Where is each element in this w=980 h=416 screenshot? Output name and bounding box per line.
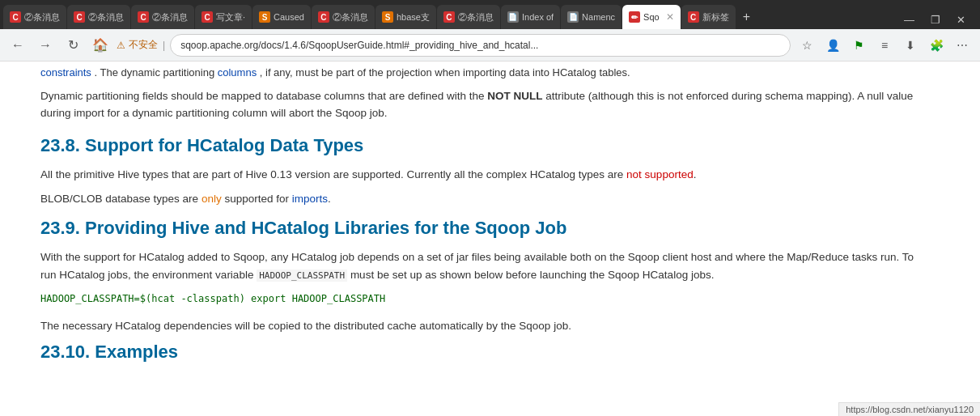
restore-button[interactable]: ❐ — [926, 14, 945, 26]
section-23-9-para2: The necessary HCatalog dependencies will… — [40, 317, 931, 335]
tab-10[interactable]: 📄 Namenc — [561, 5, 622, 29]
bookmark-flag-icon[interactable]: ⚑ — [847, 34, 870, 57]
tab-4[interactable]: C 写文章· — [195, 5, 252, 29]
tab-label-3: ②条消息 — [152, 11, 188, 23]
page-content: constraints . The dynamic partitioning c… — [0, 62, 980, 416]
constraints-link[interactable]: constraints — [40, 66, 91, 79]
tab-favicon-8: C — [443, 11, 455, 23]
tab-label-10: Namenc — [582, 12, 615, 22]
tab-favicon-2: C — [74, 11, 85, 23]
not-supported-link[interactable]: not supported — [626, 168, 694, 180]
tab-8[interactable]: C ②条消息 — [437, 5, 500, 29]
browser-window: C ②条消息 C ②条消息 C ②条消息 C 写文章· S Caused C ②… — [0, 0, 980, 416]
extension-icon[interactable]: 🧩 — [925, 34, 948, 57]
window-controls: — ❐ ✕ — [899, 14, 977, 29]
tab-close-11[interactable]: ✕ — [666, 11, 674, 23]
url-bar[interactable]: sqoop.apache.org/docs/1.4.6/SqoopUserGui… — [170, 34, 791, 57]
close-button[interactable]: ✕ — [952, 14, 970, 26]
tab-label-4: 写文章· — [216, 11, 245, 23]
tab-label-2: ②条消息 — [88, 11, 124, 23]
tab-5[interactable]: S Caused — [252, 5, 311, 29]
tab-1[interactable]: C ②条消息 — [3, 5, 66, 29]
home-button[interactable]: 🏠 — [89, 34, 112, 57]
tab-favicon-1: C — [10, 11, 21, 23]
tab-favicon-11: ✏ — [629, 11, 640, 23]
hadoop-classpath-inline: HADOOP_CLASSPATH — [257, 270, 347, 282]
blob-clob-line: BLOB/CLOB database types are only suppor… — [40, 193, 931, 205]
imports-link[interactable]: imports — [292, 193, 328, 205]
url-text: sqoop.apache.org/docs/1.4.6/SqoopUserGui… — [180, 40, 538, 51]
page-inner: constraints . The dynamic partitioning c… — [40, 62, 931, 363]
note-paragraph: Dynamic partitioning fields should be ma… — [40, 87, 931, 122]
separator: | — [163, 40, 165, 51]
tab-label-12: 新标签 — [702, 11, 729, 23]
columns-link[interactable]: columns — [218, 66, 257, 79]
bookmark-star-icon[interactable]: ☆ — [795, 34, 818, 57]
top-text-rest2: , if any, must be part of the projection… — [260, 66, 630, 79]
section-23-9-heading: 23.9. Providing Hive and HCatalog Librar… — [40, 218, 931, 239]
top-constraint-text: constraints . The dynamic partitioning c… — [40, 65, 931, 81]
tab-11-active[interactable]: ✏ Sqo ✕ — [622, 5, 681, 29]
tab-label-5: Caused — [274, 12, 304, 22]
download-icon[interactable]: ⬇ — [899, 34, 922, 57]
reload-button[interactable]: ↻ — [62, 34, 84, 57]
more-icon[interactable]: ⋯ — [951, 34, 974, 57]
tab-favicon-9: 📄 — [507, 11, 519, 23]
tab-favicon-12: C — [688, 11, 699, 23]
reader-mode-icon[interactable]: ≡ — [873, 34, 896, 57]
tab-label-8: ②条消息 — [458, 11, 494, 23]
address-bar: ← → ↻ 🏠 ⚠ 不安全 | sqoop.apache.org/docs/1.… — [0, 29, 980, 62]
tab-6[interactable]: C ②条消息 — [312, 5, 375, 29]
tab-favicon-5: S — [259, 11, 270, 23]
forward-button[interactable]: → — [34, 34, 57, 57]
tab-9[interactable]: 📄 Index of — [501, 5, 560, 29]
tab-label-1: ②条消息 — [24, 11, 60, 23]
tab-label-9: Index of — [522, 12, 554, 22]
security-warning: ⚠ 不安全 — [117, 38, 158, 52]
profile-icon[interactable]: 👤 — [821, 34, 844, 57]
tab-3[interactable]: C ②条消息 — [131, 5, 194, 29]
back-button[interactable]: ← — [6, 34, 29, 57]
minimize-button[interactable]: — — [899, 14, 919, 26]
security-text: 不安全 — [129, 38, 158, 52]
tab-favicon-4: C — [202, 11, 213, 23]
address-actions: ☆ 👤 ⚑ ≡ ⬇ 🧩 ⋯ — [795, 34, 974, 57]
tab-label-6: ②条消息 — [333, 11, 368, 23]
tab-favicon-6: C — [318, 11, 329, 23]
warning-icon: ⚠ — [117, 40, 125, 51]
tab-12[interactable]: C 新标签 — [681, 5, 736, 29]
only-text: only — [202, 193, 222, 205]
tab-label-11: Sqo — [643, 12, 660, 22]
not-null-bold: NOT NULL — [487, 90, 542, 102]
tab-favicon-7: S — [382, 11, 393, 23]
tab-favicon-3: C — [138, 11, 149, 23]
status-bar: https://blog.csdn.net/xianyu1120 — [838, 402, 980, 416]
code-block: HADOOP_CLASSPATH=$(hcat -classpath) expo… — [40, 293, 931, 304]
tab-2[interactable]: C ②条消息 — [67, 5, 130, 29]
section-23-8-para: All the primitive Hive types that are pa… — [40, 166, 931, 184]
tab-favicon-10: 📄 — [567, 11, 579, 23]
tab-7[interactable]: S hbase支 — [375, 5, 436, 29]
new-tab-button[interactable]: + — [736, 5, 757, 29]
tab-label-7: hbase支 — [397, 11, 430, 23]
section-23-8-heading: 23.8. Support for HCatalog Data Types — [40, 135, 931, 156]
tab-bar: C ②条消息 C ②条消息 C ②条消息 C 写文章· S Caused C ②… — [0, 0, 980, 29]
top-text-rest: . The dynamic partitioning — [95, 66, 218, 79]
section-23-10-heading: 23.10. Examples — [40, 342, 931, 363]
section-23-9-para1: With the support for HCatalog added to S… — [40, 248, 931, 283]
